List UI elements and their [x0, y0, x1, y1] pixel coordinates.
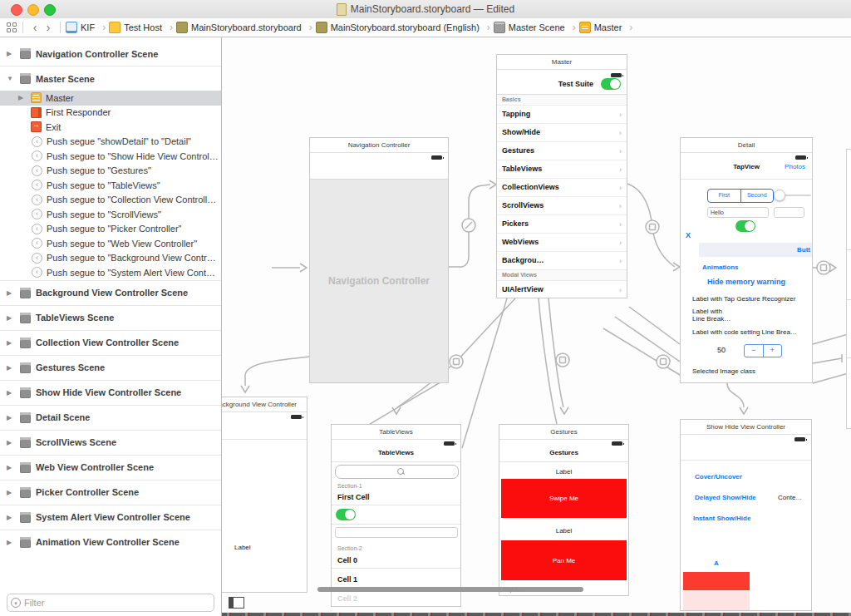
table-cell[interactable]: Cell 0 [337, 556, 357, 564]
sidebar-scene-row[interactable]: ▶ Web View Controller Scene [0, 455, 221, 480]
disclosure-triangle-icon[interactable]: ▶ [7, 539, 15, 546]
breadcrumb-item[interactable]: MainStoryboard.storyboard (English) [316, 22, 490, 33]
sidebar-segue-row[interactable]: ‹ Push segue to "Show Hide View Control… [0, 149, 221, 164]
breadcrumb-item[interactable]: KIF [66, 22, 106, 33]
sidebar-scene-row[interactable]: ▶ Collection View Controller Scene [0, 330, 221, 355]
sidebar-segue-row[interactable]: ‹ Push segue to "ScrollViews" [0, 207, 221, 222]
disclosure-triangle-icon[interactable]: ▶ [7, 339, 15, 347]
photos-button[interactable]: Photos [785, 163, 805, 170]
sidebar-segue-row[interactable]: ‹ Push segue to "Collection View Control… [0, 193, 221, 208]
disclosure-triangle-icon[interactable]: ▶ [7, 464, 15, 471]
disclosure-triangle-icon[interactable]: ▶ [7, 514, 15, 521]
swipe-me-view[interactable]: Swipe Me [501, 479, 627, 518]
background-view-controller-card[interactable]: Background View Controller Label [221, 397, 307, 593]
sidebar-scene-row[interactable]: ▶ Background View Controller Scene [0, 280, 221, 305]
disclosure-triangle-icon[interactable]: ▶ [18, 94, 27, 101]
sidebar-child-row[interactable]: ▶ Master [0, 91, 221, 106]
table-cell[interactable]: First Cell [337, 493, 370, 501]
sidebar-scene-row[interactable]: ▶ Show Hide View Controller Scene [0, 380, 221, 405]
disclosure-triangle-icon[interactable]: ▶ [7, 50, 15, 57]
outline-toggle-button[interactable] [229, 597, 244, 609]
show-hide-view-controller-card[interactable]: Show Hide View Controller Cover/Uncover … [680, 419, 812, 611]
sidebar-scene-row[interactable]: ▶ System Alert View Controller Scene [0, 505, 221, 530]
related-items-icon[interactable] [7, 22, 17, 33]
tableviews-card[interactable]: TableViews TableViews Section-1 First Ce… [331, 424, 461, 607]
x-button[interactable]: X [686, 231, 691, 239]
table-row[interactable]: Tapping › [497, 106, 627, 124]
sidebar-scene-row[interactable]: ▶ Gestures Scene [0, 355, 221, 380]
delayed-showhide-button[interactable]: Delayed Show/Hide [695, 494, 756, 501]
table-row[interactable]: CollectionViews › [497, 179, 627, 197]
table-row[interactable]: UIAlertView › [497, 281, 627, 298]
sidebar-scene-row[interactable]: ▶ Detail Scene [0, 405, 221, 430]
cover-uncover-button[interactable]: Cover/Uncover [695, 473, 742, 480]
table-row[interactable]: ScrollViews › [497, 197, 627, 215]
table-cell[interactable]: Cell 2 [337, 594, 357, 603]
sidebar-segue-row[interactable]: ‹ Push segue to "Background View Contr… [0, 251, 221, 266]
disclosure-triangle-icon[interactable]: ▶ [7, 439, 15, 446]
cell-text-field[interactable] [335, 527, 458, 538]
disclosure-triangle-icon[interactable]: ▼ [7, 75, 15, 82]
sidebar-segue-row[interactable]: ‹ Push segue to "TableViews" [0, 178, 221, 193]
animations-button[interactable]: Animations [702, 264, 739, 271]
disclosure-triangle-icon[interactable]: ▶ [7, 289, 15, 297]
sidebar-scene-row[interactable]: ▶ Animation View Controller Scene [0, 530, 221, 554]
search-bar[interactable] [335, 465, 459, 479]
hide-memory-warning-button[interactable]: Hide memory warning [681, 278, 812, 286]
detail-toggle[interactable] [735, 220, 755, 232]
segment-first[interactable]: First [708, 190, 740, 202]
table-row[interactable]: TableViews › [497, 160, 627, 179]
cell-toggle[interactable] [336, 509, 356, 520]
table-row[interactable]: Pickers › [497, 215, 627, 234]
table-row[interactable]: Show/Hide › [497, 124, 627, 142]
horizontal-scrollbar[interactable] [317, 587, 583, 592]
sidebar-child-row[interactable]: ▶ Exit [0, 120, 221, 135]
instant-showhide-button[interactable]: Instant Show/Hide [693, 515, 750, 522]
gestures-card[interactable]: Gestures Gestures Label Swipe Me Label P… [499, 424, 629, 596]
sidebar-segue-row[interactable]: ‹ Push segue to "Picker Controller" [0, 222, 221, 237]
table-row[interactable]: Basics › [497, 95, 627, 106]
storyboard-canvas[interactable]: Master Test Suite Basics › Tapping › Sho… [221, 37, 851, 616]
slider-knob[interactable] [774, 190, 785, 201]
disclosure-triangle-icon[interactable]: ▶ [7, 389, 15, 397]
stepper-minus[interactable]: − [745, 345, 763, 357]
breadcrumb-item[interactable]: Master [579, 22, 633, 33]
sidebar-scene-row[interactable]: ▶ Navigation Controller Scene [0, 42, 221, 66]
sidebar-segue-row[interactable]: ‹ Push segue "showDetail" to "Detail" [0, 135, 221, 150]
stepper-plus[interactable]: + [763, 345, 782, 357]
table-row[interactable]: Backgrou… › [497, 252, 627, 270]
stepper-control[interactable]: − + [744, 344, 782, 357]
disclosure-triangle-icon[interactable]: ▶ [7, 314, 15, 322]
disclosure-triangle-icon[interactable]: ▶ [7, 489, 15, 496]
breadcrumb-item[interactable]: Master Scene [494, 22, 576, 33]
disclosure-triangle-icon[interactable]: ▶ [7, 364, 15, 372]
navigation-controller-card[interactable]: Navigation Controller Navigation Control… [309, 137, 449, 383]
segmented-control[interactable]: First Second [707, 189, 774, 203]
sidebar-segue-row[interactable]: ‹ Push segue to "Web View Controller" [0, 236, 221, 251]
table-cell[interactable]: Cell 1 [337, 575, 357, 584]
breadcrumb-item[interactable]: Test Host [109, 22, 173, 33]
button-bar[interactable]: Butt [699, 243, 812, 257]
table-row[interactable]: Gestures › [497, 142, 627, 160]
sidebar-segue-row[interactable]: ‹ Push segue to "Gestures" [0, 164, 221, 179]
sidebar-scene-row-master[interactable]: ▼ Master Scene [0, 66, 221, 91]
disclosure-triangle-icon[interactable]: ▶ [7, 414, 15, 421]
master-view-controller-card[interactable]: Master Test Suite Basics › Tapping › Sho… [496, 54, 627, 298]
forward-button[interactable]: › [42, 21, 55, 34]
red-view[interactable] [683, 572, 750, 590]
filter-field[interactable]: ▾ Filter [7, 594, 214, 612]
segment-second[interactable]: Second [740, 190, 774, 202]
table-row[interactable]: WebViews › [497, 234, 627, 252]
sidebar-child-row[interactable]: ▶ First Responder [0, 106, 221, 121]
test-suite-toggle[interactable] [601, 78, 621, 90]
detail-view-controller-card[interactable]: Detail TapView Photos First Second Hello… [680, 137, 813, 383]
table-row[interactable]: Modal Views › [497, 270, 627, 281]
sidebar-scene-row[interactable]: ▶ Picker Controller Scene [0, 480, 221, 505]
sidebar-segue-row[interactable]: ‹ Push segue to "System Alert View Cont… [0, 265, 221, 280]
text-field[interactable]: Hello [707, 207, 769, 218]
breadcrumb-item[interactable]: MainStoryboard.storyboard [176, 22, 312, 33]
sidebar-scene-row[interactable]: ▶ TableViews Scene [0, 305, 221, 330]
back-button[interactable]: ‹ [28, 21, 42, 34]
text-field-empty[interactable] [774, 207, 804, 218]
pan-me-view[interactable]: Pan Me [501, 540, 627, 580]
